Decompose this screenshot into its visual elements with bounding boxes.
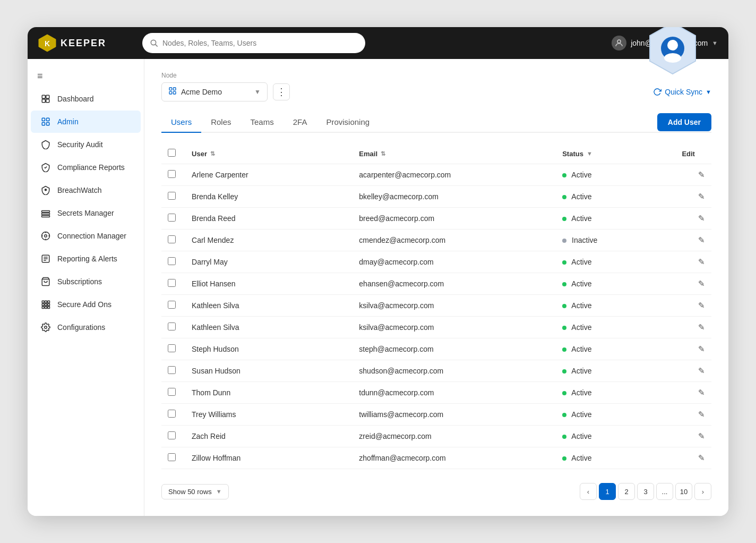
status-text: Active <box>571 192 591 201</box>
row-checkbox[interactable] <box>168 323 176 330</box>
row-checkbox[interactable] <box>168 366 176 374</box>
status-text: Active <box>571 323 591 332</box>
page-10-button[interactable]: 10 <box>675 483 692 500</box>
row-checkbox[interactable] <box>168 170 176 178</box>
sidebar-item-dashboard[interactable]: Dashboard <box>31 88 141 110</box>
row-status: Active <box>556 251 675 273</box>
table-row: Zillow Hoffman zhoffman@acmecorp.com Act… <box>161 447 711 469</box>
row-checkbox[interactable] <box>168 301 176 309</box>
row-edit-cell: ✎ <box>675 426 711 447</box>
quick-sync-button[interactable]: Quick Sync ▼ <box>653 88 711 96</box>
svg-rect-11 <box>42 99 45 103</box>
row-status: Active <box>556 273 675 295</box>
status-dot-icon <box>562 239 566 243</box>
node-dropdown[interactable]: Acme Demo ▼ <box>161 82 268 101</box>
row-edit-cell: ✎ <box>675 382 711 404</box>
edit-pencil-icon[interactable]: ✎ <box>698 431 705 440</box>
svg-rect-19 <box>42 213 50 215</box>
sidebar-item-breachwatch[interactable]: BreachWatch <box>31 179 141 201</box>
row-checkbox[interactable] <box>168 431 176 439</box>
page-3-button[interactable]: 3 <box>637 483 654 500</box>
edit-pencil-icon[interactable]: ✎ <box>698 366 705 375</box>
status-dot-icon <box>562 173 566 177</box>
logo-icon: K <box>38 34 56 52</box>
row-user-name: Brenda Reed <box>185 208 353 230</box>
row-checkbox[interactable] <box>168 235 176 243</box>
user-dropdown-icon: ▼ <box>712 40 718 46</box>
sidebar-item-label: BreachWatch <box>57 186 102 194</box>
sidebar-item-label: Compliance Reports <box>57 163 125 172</box>
col-header-email[interactable]: Email ⇅ <box>353 143 556 164</box>
sidebar-item-admin[interactable]: Admin <box>31 111 141 133</box>
tab-provisioning[interactable]: Provisioning <box>316 112 379 133</box>
row-checkbox[interactable] <box>168 257 176 265</box>
sidebar-item-configurations[interactable]: Configurations <box>31 316 141 338</box>
sidebar-item-secrets-manager[interactable]: Secrets Manager <box>31 202 141 224</box>
search-input[interactable] <box>162 39 358 47</box>
row-checkbox[interactable] <box>168 344 176 352</box>
add-user-button[interactable]: Add User <box>657 113 711 131</box>
row-status: Active <box>556 317 675 338</box>
svg-rect-14 <box>47 118 49 121</box>
row-checkbox[interactable] <box>168 192 176 200</box>
sidebar-item-subscriptions[interactable]: Subscriptions <box>31 270 141 293</box>
svg-point-3 <box>664 53 681 63</box>
sidebar-item-connection-manager[interactable]: Connection Manager <box>31 225 141 247</box>
edit-pencil-icon[interactable]: ✎ <box>698 279 705 288</box>
status-text: Active <box>571 171 591 179</box>
tab-roles[interactable]: Roles <box>201 112 240 133</box>
col-header-user[interactable]: User ⇅ <box>185 143 353 164</box>
sidebar-item-reporting-alerts[interactable]: Reporting & Alerts <box>31 248 141 270</box>
row-user-name: Zillow Hoffman <box>185 447 353 469</box>
row-checkbox[interactable] <box>168 453 176 461</box>
svg-point-22 <box>45 235 47 237</box>
edit-pencil-icon[interactable]: ✎ <box>698 388 705 397</box>
edit-pencil-icon[interactable]: ✎ <box>698 257 705 266</box>
edit-pencil-icon[interactable]: ✎ <box>698 170 705 179</box>
status-text: Active <box>571 258 591 266</box>
edit-pencil-icon[interactable]: ✎ <box>698 323 705 332</box>
row-email: ksilva@acmecorp.com <box>353 317 556 338</box>
node-selector-row: Acme Demo ▼ ⋮ Quick Sync ▼ <box>161 82 711 101</box>
search-bar[interactable] <box>142 33 365 53</box>
svg-rect-35 <box>45 307 47 309</box>
tabs-row: Users Roles Teams 2FA Provisioning Add U… <box>161 112 711 133</box>
page-prev-button[interactable]: ‹ <box>580 483 597 500</box>
edit-pencil-icon[interactable]: ✎ <box>698 214 705 223</box>
sidebar-item-compliance-reports[interactable]: Compliance Reports <box>31 156 141 179</box>
edit-pencil-icon[interactable]: ✎ <box>698 301 705 310</box>
sidebar-item-secure-add-ons[interactable]: Secure Add Ons <box>31 293 141 316</box>
hamburger-button[interactable]: ≡ <box>28 65 144 87</box>
tab-users[interactable]: Users <box>161 112 201 133</box>
row-checkbox[interactable] <box>168 410 176 418</box>
edit-pencil-icon[interactable]: ✎ <box>698 410 705 419</box>
page-2-button[interactable]: 2 <box>618 483 635 500</box>
admin-icon <box>40 116 51 127</box>
row-checkbox-cell <box>161 295 185 317</box>
edit-pencil-icon[interactable]: ✎ <box>698 192 705 201</box>
page-next-button[interactable]: › <box>694 483 711 500</box>
node-dots-button[interactable]: ⋮ <box>273 83 290 100</box>
tab-2fa[interactable]: 2FA <box>284 112 317 133</box>
node-section: Node Acme Demo ▼ <box>161 72 711 101</box>
row-checkbox[interactable] <box>168 388 176 396</box>
row-checkbox[interactable] <box>168 214 176 222</box>
row-checkbox[interactable] <box>168 279 176 287</box>
sidebar-item-security-audit[interactable]: Security Audit <box>31 133 141 156</box>
select-all-checkbox[interactable] <box>168 149 176 157</box>
row-checkbox-cell <box>161 317 185 338</box>
tab-teams[interactable]: Teams <box>241 112 284 133</box>
edit-pencil-icon[interactable]: ✎ <box>698 344 705 353</box>
row-checkbox-cell <box>161 208 185 230</box>
edit-pencil-icon[interactable]: ✎ <box>698 235 705 244</box>
row-edit-cell: ✎ <box>675 186 711 208</box>
rows-per-page-select[interactable]: Show 50 rows ▼ <box>161 484 229 499</box>
col-header-status[interactable]: Status ▼ <box>556 143 675 164</box>
table-row: Zach Reid zreid@acmecorp.com Active ✎ <box>161 426 711 447</box>
page-1-button[interactable]: 1 <box>599 483 616 500</box>
svg-point-17 <box>45 189 47 191</box>
svg-rect-33 <box>48 304 50 306</box>
col-header-checkbox <box>161 143 185 164</box>
status-dot-icon <box>562 304 566 308</box>
edit-pencil-icon[interactable]: ✎ <box>698 453 705 462</box>
